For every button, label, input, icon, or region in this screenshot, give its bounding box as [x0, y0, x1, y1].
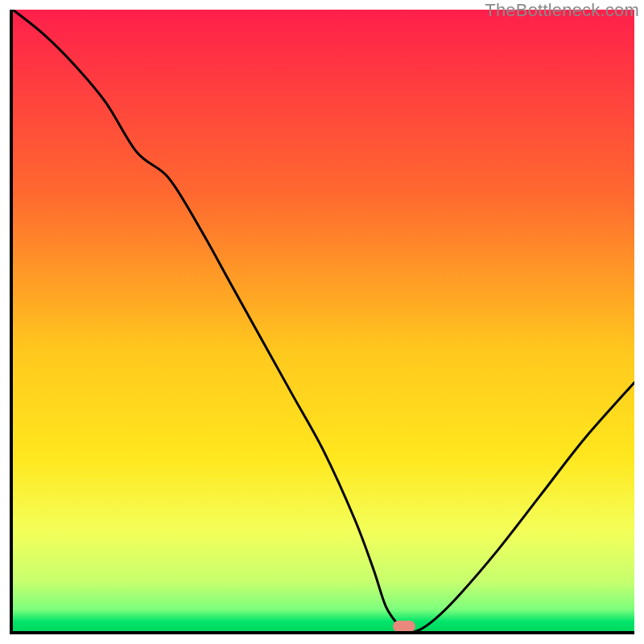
- chart-curve-layer: [13, 10, 634, 631]
- watermark-text: TheBottleneck.com: [485, 0, 639, 21]
- bottleneck-curve: [13, 10, 634, 631]
- chart-container: TheBottleneck.com: [0, 0, 644, 644]
- plot-area: [10, 10, 634, 634]
- optimal-point-marker: [393, 621, 415, 632]
